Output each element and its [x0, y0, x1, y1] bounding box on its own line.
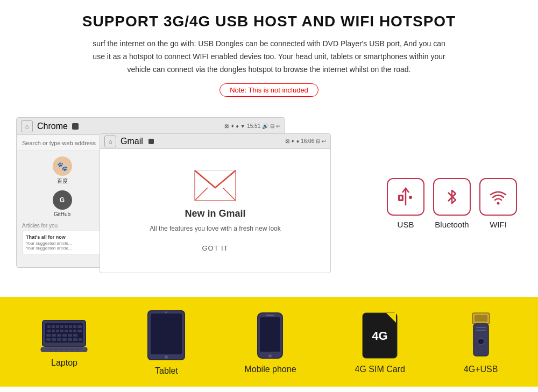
- svg-rect-52: [260, 317, 280, 352]
- icons-section: USB Bluetooth WIFI: [382, 173, 522, 229]
- gmail-m-svg: [194, 169, 237, 202]
- gmail-status: ⊠ ✦ ♦ 16:06 ⊟ ↩: [285, 138, 326, 144]
- device-mobile: Mobile phone: [244, 312, 296, 374]
- nav-icons: ⊟ ↩: [270, 123, 280, 129]
- svg-point-7: [497, 202, 500, 204]
- article-title: That's all for now: [26, 234, 98, 240]
- chrome-home-btn: ⌂: [21, 120, 33, 132]
- svg-rect-26: [57, 338, 61, 341]
- search-placeholder: Search or type web address: [22, 140, 96, 146]
- github-app: G GitHub: [22, 190, 102, 217]
- svg-rect-18: [46, 334, 51, 337]
- bluetooth-label: Bluetooth: [435, 220, 469, 229]
- gmail-new-title: New in Gmail: [185, 208, 245, 219]
- wifi-label: WIFI: [490, 220, 507, 229]
- got-it-button[interactable]: GOT IT: [202, 244, 228, 252]
- chrome-time: 15:51: [247, 123, 260, 129]
- device-tablet: Tablet: [147, 310, 186, 376]
- note-badge: Note: This is not included: [220, 83, 318, 97]
- device-sim: 4G 4G SIM Card: [355, 312, 405, 374]
- svg-rect-43: [65, 325, 68, 328]
- usb-icon: [394, 185, 417, 209]
- svg-rect-22: [68, 334, 72, 337]
- gmail-new-body: All the features you love with a fresh n…: [150, 224, 280, 233]
- svg-rect-36: [69, 330, 72, 332]
- svg-point-53: [268, 354, 272, 358]
- usb-label: USB: [398, 220, 414, 229]
- feature-usb: USB: [387, 178, 424, 229]
- gmail-time: 16:06: [301, 138, 314, 144]
- svg-point-50: [165, 311, 167, 313]
- mobile-label: Mobile phone: [244, 365, 296, 374]
- article-body: Your suggested article...: [26, 241, 98, 246]
- svg-rect-37: [73, 330, 76, 332]
- laptop-label: Laptop: [51, 358, 77, 368]
- chrome-title: Chrome: [37, 122, 68, 131]
- article-body2: Your suggested article...: [26, 246, 98, 251]
- page-title: SUPPORT 3G/4G USB HOST AND WIFI HOTSPOT: [32, 13, 506, 30]
- svg-rect-40: [52, 325, 55, 328]
- svg-rect-27: [62, 338, 67, 341]
- article-item: That's all for now Your suggested articl…: [22, 231, 102, 254]
- device-usb-dongle: 4G+USB: [464, 312, 498, 374]
- svg-rect-59: [475, 315, 487, 322]
- svg-rect-23: [73, 334, 77, 337]
- sim-svg: 4G: [362, 312, 398, 359]
- wifi-icon: [486, 185, 510, 209]
- usb-dongle-icon-container: [469, 312, 493, 359]
- feature-wifi: WIFI: [479, 178, 517, 229]
- chrome-bar: ⌂ Chrome ⊠ ✦ ♦ ▼ 15:51 🔊 ⊟ ↩: [17, 118, 285, 135]
- gmail-nav-icons: ⊟ ↩: [316, 138, 326, 144]
- gmail-title: Gmail: [121, 137, 143, 146]
- svg-rect-44: [69, 325, 72, 328]
- svg-rect-31: [47, 330, 51, 332]
- svg-rect-20: [57, 334, 61, 337]
- svg-rect-28: [68, 338, 72, 341]
- chrome-left-panel: 🐾 百度 G GitHub Articles for you That's al…: [17, 151, 108, 267]
- svg-rect-25: [52, 338, 56, 341]
- baidu-app: 🐾 百度: [22, 156, 102, 185]
- svg-rect-42: [60, 325, 63, 328]
- chrome-icons: ⊠ ✦ ♦ ▼: [224, 123, 245, 129]
- github-label: GitHub: [54, 211, 70, 217]
- sim-icon-container: 4G: [362, 312, 398, 359]
- svg-point-5: [409, 196, 412, 199]
- usb-icon-box: [387, 178, 424, 216]
- bottom-section: Laptop Tablet Mobile phone: [0, 297, 538, 387]
- gmail-status-icons: ⊠ ✦ ♦: [285, 138, 300, 144]
- svg-rect-54: [266, 315, 274, 316]
- laptop-svg: [40, 318, 88, 353]
- svg-rect-30: [79, 338, 82, 341]
- svg-rect-10: [41, 347, 87, 352]
- articles-label: Articles for you: [22, 223, 102, 229]
- svg-rect-48: [151, 313, 182, 354]
- tablet-svg: [147, 310, 186, 361]
- svg-rect-33: [56, 330, 59, 332]
- description-text: surf the internet on the go with: USB Do…: [86, 38, 452, 76]
- mobile-icon-container: [257, 312, 284, 359]
- svg-rect-21: [62, 334, 67, 337]
- usb-dongle-label: 4G+USB: [464, 365, 498, 374]
- svg-rect-29: [73, 338, 77, 341]
- baidu-label: 百度: [57, 177, 68, 185]
- tablet-icon-container: [147, 310, 186, 361]
- middle-section: ⌂ Chrome ⊠ ✦ ♦ ▼ 15:51 🔊 ⊟ ↩ Search or t…: [0, 117, 538, 284]
- gmail-home-btn: ⌂: [104, 136, 116, 147]
- svg-rect-39: [47, 325, 51, 328]
- tablet-label: Tablet: [155, 366, 178, 376]
- usb-dongle-svg: [469, 312, 493, 359]
- svg-rect-46: [77, 325, 82, 328]
- feature-bluetooth: Bluetooth: [433, 178, 471, 229]
- bluetooth-icon: [440, 185, 464, 209]
- svg-rect-32: [52, 330, 55, 332]
- svg-point-49: [165, 355, 168, 359]
- svg-rect-19: [52, 334, 56, 337]
- mobile-svg: [257, 312, 284, 359]
- github-icon: G: [53, 190, 72, 210]
- svg-text:4G: 4G: [372, 329, 388, 343]
- svg-point-63: [478, 338, 484, 345]
- svg-rect-61: [476, 327, 486, 328]
- svg-rect-45: [73, 325, 76, 328]
- chrome-status: ⊠ ✦ ♦ ▼ 15:51 🔊 ⊟ ↩: [224, 123, 280, 129]
- sim-label: 4G SIM Card: [355, 365, 405, 374]
